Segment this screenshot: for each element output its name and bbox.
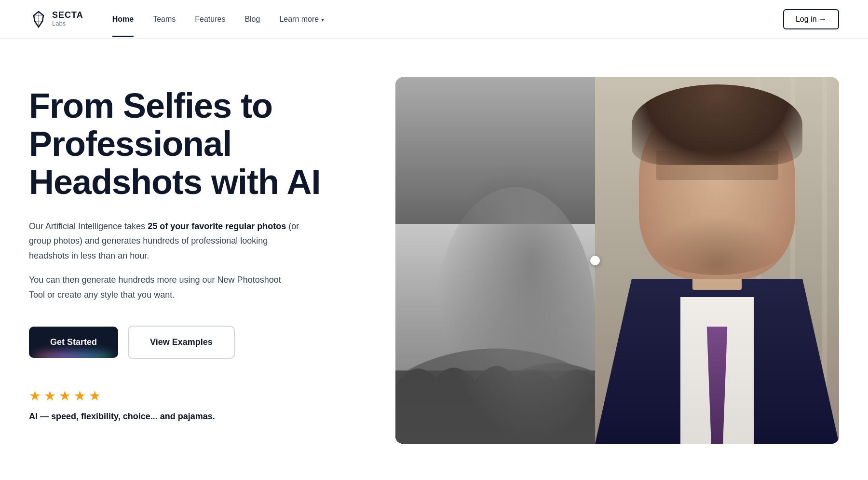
nav-item-teams[interactable]: Teams	[153, 15, 176, 24]
get-started-button[interactable]: Get Started	[29, 327, 118, 358]
svg-point-2	[395, 370, 515, 444]
nav-item-features[interactable]: Features	[195, 15, 225, 24]
svg-rect-4	[395, 370, 595, 444]
chevron-down-icon: ▾	[321, 16, 324, 23]
nav-item-blog[interactable]: Blog	[244, 15, 260, 24]
nav-item-learn-more[interactable]: Learn more ▾	[279, 15, 324, 24]
image-split-container	[395, 77, 839, 444]
nav-links: Home Teams Features Blog Learn more ▾	[112, 15, 325, 24]
navbar: SECTA Labs Home Teams Features Blog Lear…	[0, 0, 868, 39]
hero-description: Our Artificial Intelligence takes 25 of …	[29, 219, 309, 263]
star-1: ★	[29, 388, 41, 404]
login-button[interactable]: Log in →	[783, 9, 839, 29]
view-examples-button[interactable]: View Examples	[128, 326, 235, 359]
hero-content: From Selfies to Professional Headshots w…	[29, 77, 357, 422]
hero-buttons: Get Started View Examples	[29, 326, 357, 359]
after-image	[595, 77, 839, 444]
hero-image-comparison[interactable]	[395, 77, 839, 444]
star-2: ★	[44, 388, 56, 404]
logo[interactable]: SECTA Labs	[29, 10, 83, 29]
hero-description-2: You can then generate hundreds more usin…	[29, 273, 299, 302]
before-image	[395, 77, 595, 444]
star-3: ★	[59, 388, 71, 404]
svg-point-1	[395, 348, 595, 444]
svg-point-3	[455, 363, 595, 444]
hero-section: From Selfies to Professional Headshots w…	[0, 39, 868, 480]
image-slider-handle[interactable]	[590, 256, 600, 265]
hero-title: From Selfies to Professional Headshots w…	[29, 87, 357, 202]
logo-text: SECTA Labs	[52, 11, 83, 27]
logo-icon	[29, 10, 48, 29]
star-rating: ★ ★ ★ ★ ★	[29, 388, 357, 404]
svg-rect-0	[395, 224, 595, 444]
review-quote: AI — speed, flexibility, choice... and p…	[29, 411, 357, 422]
nav-item-home[interactable]: Home	[112, 15, 134, 24]
landscape-svg	[395, 224, 595, 444]
star-5: ★	[89, 388, 101, 404]
star-4: ★	[74, 388, 86, 404]
